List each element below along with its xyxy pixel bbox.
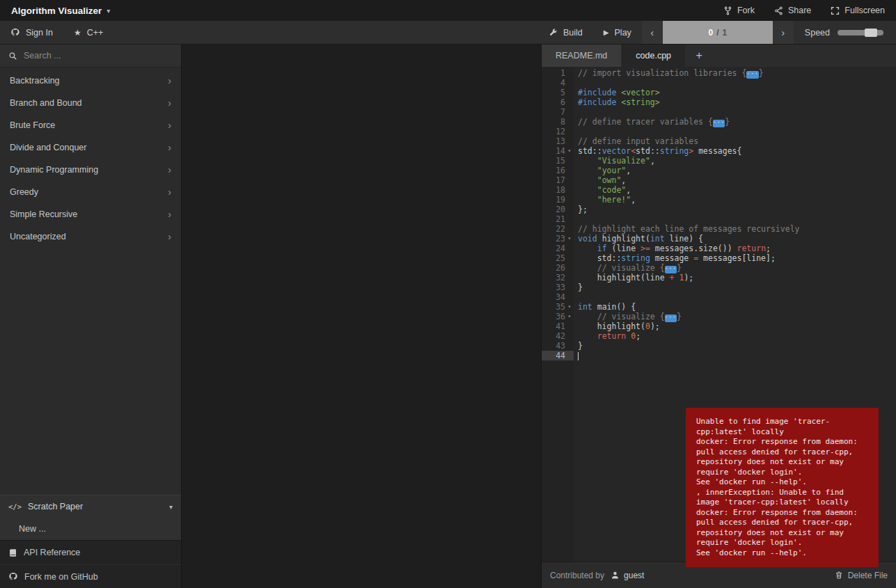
search-bar — [0, 45, 181, 67]
line-number: 5 — [542, 88, 574, 97]
code-line[interactable]: 13// define input variables — [542, 136, 896, 146]
language-label: C++ — [87, 28, 104, 38]
fold-toggle-icon — [565, 175, 574, 185]
visualization-canvas[interactable] — [181, 45, 542, 588]
sidebar-item-brute-force[interactable]: Brute Force› — [0, 114, 181, 136]
code-line[interactable]: 17 "own", — [542, 175, 896, 185]
app-title-menu[interactable]: Algorithm Visualizer ▾ — [11, 6, 110, 16]
sidebar-item-label: Greedy — [10, 187, 38, 197]
sidebar-item-greedy[interactable]: Greedy› — [0, 181, 181, 203]
code-line[interactable]: 15 "Visualize", — [542, 156, 896, 166]
new-file-button[interactable]: + — [686, 45, 712, 67]
sidebar-item-uncategorized[interactable]: Uncategorized› — [0, 225, 181, 248]
code-line[interactable]: 36▾ // visualize {···} — [542, 312, 896, 321]
fold-toggle-icon — [565, 117, 574, 127]
speed-slider-handle[interactable] — [865, 29, 877, 37]
delete-file-button[interactable]: Delete File — [835, 571, 888, 580]
code-line[interactable]: 23▾void highlight(int line) { — [542, 234, 896, 244]
code-line[interactable]: 19 "here!", — [542, 195, 896, 205]
play-icon: ▶ — [604, 29, 609, 36]
step-back-button[interactable]: ‹ — [642, 21, 663, 44]
line-number: 13 — [542, 136, 574, 146]
chevron-right-icon: › — [781, 26, 785, 38]
step-forward-button[interactable]: › — [773, 21, 794, 44]
sidebar-category-list: Backtracking›Branch and Bound›Brute Forc… — [0, 67, 181, 495]
scratch-paper-label: Scratch Paper — [28, 502, 83, 511]
code-line[interactable]: 41 highlight(0); — [542, 321, 896, 331]
chevron-right-icon: › — [168, 142, 171, 153]
scratch-paper-section: </> Scratch Paper ▾ New ... — [0, 495, 181, 540]
fold-toggle-icon[interactable]: ▾ — [565, 302, 574, 312]
fullscreen-label: Fullscreen — [844, 6, 885, 15]
line-number: 23▾ — [542, 234, 574, 244]
fullscreen-icon — [831, 6, 840, 15]
language-button[interactable]: ★ C++ — [63, 21, 113, 44]
line-number: 12 — [542, 127, 574, 136]
fold-toggle-icon[interactable]: ▾ — [565, 146, 574, 156]
scratch-paper-header[interactable]: </> Scratch Paper ▾ — [0, 495, 181, 518]
code-line[interactable]: 43} — [542, 341, 896, 351]
code-line[interactable]: 14▾std::vector<std::string> messages{ — [542, 146, 896, 156]
sidebar-item-branch-and-bound[interactable]: Branch and Bound› — [0, 92, 181, 114]
sidebar-item-backtracking[interactable]: Backtracking› — [0, 70, 181, 92]
code-line[interactable]: 5#include <vector> — [542, 88, 896, 97]
sidebar-item-simple-recursive[interactable]: Simple Recursive› — [0, 203, 181, 225]
build-label: Build — [563, 28, 583, 38]
code-line[interactable]: 4 — [542, 78, 896, 88]
code-line[interactable]: 12 — [542, 127, 896, 136]
sidebar-item-divide-and-conquer[interactable]: Divide and Conquer› — [0, 136, 181, 159]
code-line[interactable]: 20}; — [542, 205, 896, 214]
search-input[interactable] — [24, 51, 173, 61]
fold-toggle-icon[interactable]: ▾ — [565, 312, 574, 321]
chevron-left-icon: ‹ — [650, 26, 654, 38]
line-number: 22 — [542, 224, 574, 234]
sidebar-item-dynamic-programming[interactable]: Dynamic Programming› — [0, 159, 181, 181]
code-line[interactable]: 8// define tracer variables {···} — [542, 117, 896, 127]
code-line[interactable]: 42 return 0; — [542, 331, 896, 341]
fork-button[interactable]: Fork — [723, 6, 755, 15]
speed-slider[interactable] — [838, 30, 883, 35]
fork-github-link[interactable]: Fork me on GitHub — [0, 564, 181, 588]
code-line[interactable]: 21 — [542, 214, 896, 224]
sign-in-button[interactable]: Sign In — [0, 21, 63, 44]
build-button[interactable]: Build — [538, 21, 593, 44]
code-line[interactable]: 24 if (line >= messages.size()) return; — [542, 244, 896, 253]
code-line[interactable]: 18 "code", — [542, 185, 896, 195]
progress-separator: / — [716, 28, 718, 38]
line-number: 24 — [542, 244, 574, 253]
user-icon — [611, 571, 620, 580]
code-line[interactable]: 22// highlight each line of messages rec… — [542, 224, 896, 234]
contributed-by-label: Contributed by — [550, 571, 604, 580]
share-button[interactable]: Share — [774, 6, 811, 15]
code-line[interactable]: 6#include <string> — [542, 97, 896, 107]
text-cursor — [578, 352, 579, 360]
line-number: 16 — [542, 166, 574, 175]
tab-code-cpp[interactable]: code.cpp — [622, 45, 685, 67]
code-line[interactable]: 25 std::string message = messages[line]; — [542, 253, 896, 263]
fullscreen-button[interactable]: Fullscreen — [831, 6, 885, 15]
code-line[interactable]: 1// import visualization libraries {···} — [542, 68, 896, 78]
code-line[interactable]: 32 highlight(line + 1); — [542, 273, 896, 283]
top-header: Algorithm Visualizer ▾ Fork — [0, 0, 896, 21]
code-line[interactable]: 7 — [542, 107, 896, 117]
fold-toggle-icon[interactable]: ▾ — [565, 234, 574, 244]
code-line[interactable]: 26 // visualize {···} — [542, 263, 896, 273]
line-number: 6 — [542, 97, 574, 107]
fold-toggle-icon — [565, 331, 574, 341]
code-line[interactable]: 35▾int main() { — [542, 302, 896, 312]
tab-readme-md[interactable]: README.md — [542, 45, 621, 67]
chevron-right-icon: › — [168, 120, 171, 131]
sidebar-item-label: Dynamic Programming — [10, 165, 98, 175]
code-line[interactable]: 16 "your", — [542, 166, 896, 175]
toolbar-spacer — [113, 21, 538, 44]
code-line[interactable]: 34 — [542, 292, 896, 302]
code-line[interactable]: 33} — [542, 283, 896, 292]
line-number: 14▾ — [542, 146, 574, 156]
line-number: 18 — [542, 185, 574, 195]
api-reference-link[interactable]: API Reference — [0, 541, 181, 564]
play-button[interactable]: ▶ Play — [593, 21, 642, 44]
fork-label: Fork — [737, 6, 755, 15]
new-scratch-paper-button[interactable]: New ... — [0, 518, 181, 540]
progress-indicator: 0 / 1 — [663, 21, 773, 44]
code-line[interactable]: 44 — [542, 351, 896, 360]
